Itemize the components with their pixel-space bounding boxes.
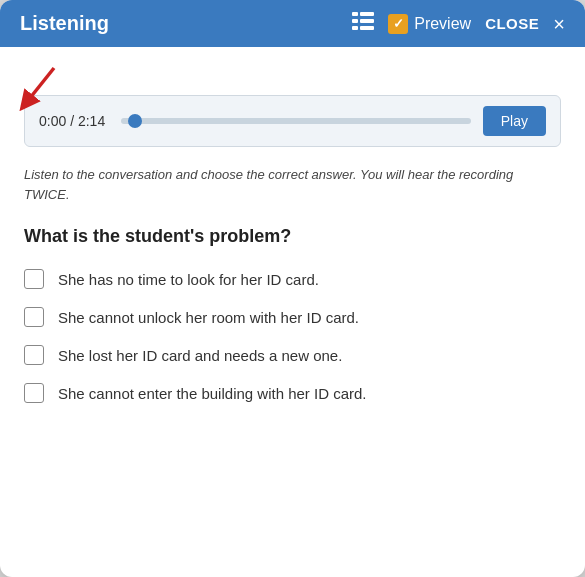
red-arrow-svg (14, 63, 69, 118)
option-label-4: She cannot enter the building with her I… (58, 385, 367, 402)
x-button[interactable]: × (553, 14, 565, 34)
question-text: What is the student's problem? (24, 226, 561, 247)
svg-rect-5 (360, 26, 374, 30)
grid-icon[interactable] (352, 12, 374, 35)
progress-track[interactable] (121, 118, 471, 124)
answer-option-3[interactable]: She lost her ID card and needs a new one… (24, 345, 561, 365)
preview-label: Preview (414, 15, 471, 33)
option-checkbox-1[interactable] (24, 269, 44, 289)
option-label-3: She lost her ID card and needs a new one… (58, 347, 342, 364)
close-button[interactable]: CLOSE (485, 15, 539, 32)
svg-rect-4 (352, 26, 358, 30)
answer-option-2[interactable]: She cannot unlock her room with her ID c… (24, 307, 561, 327)
option-checkbox-2[interactable] (24, 307, 44, 327)
modal-title: Listening (20, 12, 109, 35)
option-checkbox-4[interactable] (24, 383, 44, 403)
svg-rect-3 (360, 19, 374, 23)
progress-dot (128, 114, 142, 128)
answer-options: She has no time to look for her ID card.… (24, 269, 561, 403)
instruction-text: Listen to the conversation and choose th… (24, 165, 561, 204)
svg-rect-2 (352, 19, 358, 23)
play-button[interactable]: Play (483, 106, 546, 136)
audio-player: 0:00 / 2:14 Play (24, 95, 561, 147)
svg-rect-1 (360, 12, 374, 16)
option-checkbox-3[interactable] (24, 345, 44, 365)
red-arrow (14, 63, 69, 122)
svg-line-7 (26, 68, 54, 103)
preview-checkbox (388, 14, 408, 34)
svg-rect-0 (352, 12, 358, 16)
modal-body: 0:00 / 2:14 Play Listen to the conversat… (0, 47, 585, 427)
answer-option-1[interactable]: She has no time to look for her ID card. (24, 269, 561, 289)
modal-container: Listening Preview CLOSE × (0, 0, 585, 577)
header-right: Preview CLOSE × (352, 12, 565, 35)
preview-button[interactable]: Preview (388, 14, 471, 34)
option-label-1: She has no time to look for her ID card. (58, 271, 319, 288)
modal-header: Listening Preview CLOSE × (0, 0, 585, 47)
answer-option-4[interactable]: She cannot enter the building with her I… (24, 383, 561, 403)
option-label-2: She cannot unlock her room with her ID c… (58, 309, 359, 326)
